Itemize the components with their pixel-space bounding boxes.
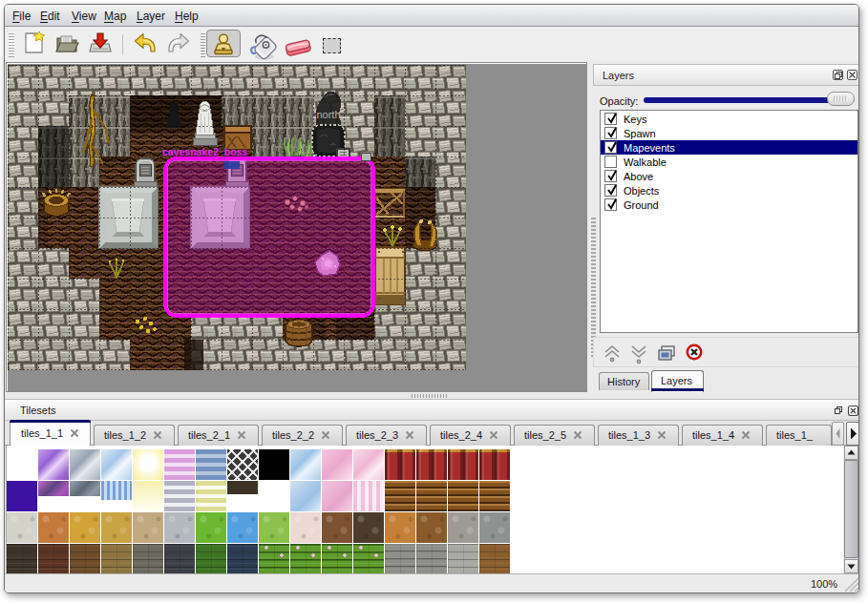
svg-text:north: north [316,109,340,120]
svg-text:cavesnake2_boss: cavesnake2_boss [162,146,247,157]
